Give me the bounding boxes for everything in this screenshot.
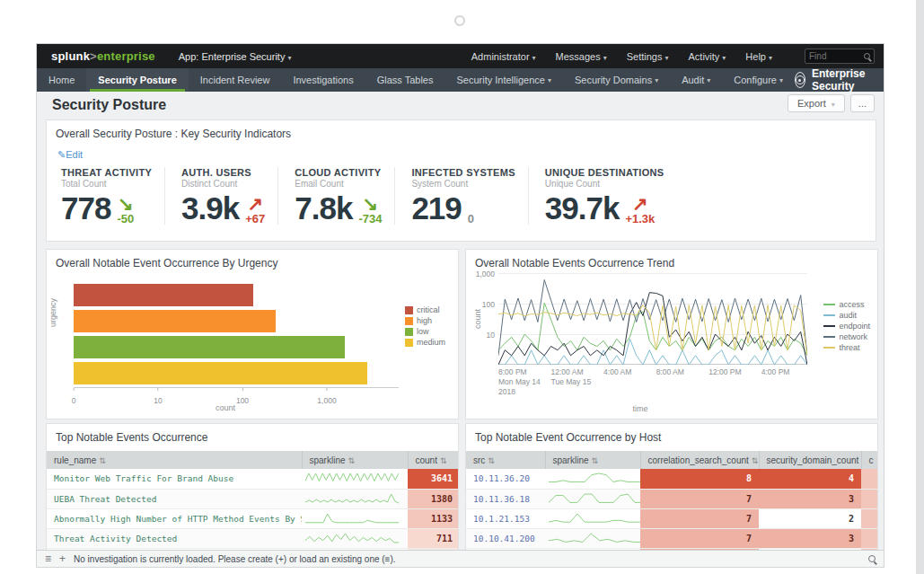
sort-icon: ⇅ (488, 456, 495, 465)
app-menu[interactable]: App: Enterprise Security▾ (179, 51, 292, 62)
menu-messages[interactable]: Messages▾ (556, 51, 607, 62)
count-cell[interactable]: 3641 (408, 469, 459, 489)
correlation-count-cell[interactable]: 7 (640, 508, 759, 528)
col-cut-off[interactable]: c (861, 451, 877, 469)
cut-off-cell (861, 528, 877, 548)
kpi-auth-users[interactable]: AUTH. USERS Distinct Count 3.9k ↗+67 (164, 167, 277, 225)
table-row: 10.1.21.153 7 2 (466, 508, 877, 528)
security-domain-count-cell[interactable]: 2 (759, 508, 861, 528)
table-row: 10.10.41.200 7 3 (466, 528, 877, 548)
menu-administrator[interactable]: Administrator▾ (471, 51, 536, 62)
line-network[interactable] (498, 280, 807, 356)
sparkline (305, 532, 404, 545)
find-input[interactable] (809, 51, 864, 61)
sort-icon: ⇅ (348, 456, 356, 465)
line-audit[interactable] (498, 339, 807, 365)
trend-chart-title: Overall Notable Events Occurrence Trend (475, 257, 674, 269)
edit-link[interactable]: ✎Edit (57, 149, 83, 161)
security-domain-count-cell[interactable]: 3 (759, 528, 861, 548)
count-cell[interactable]: 1133 (408, 508, 459, 528)
urgency-chart-legend: criticalhighlowmedium (405, 305, 445, 347)
col-src[interactable]: src⇅ (466, 451, 545, 469)
top-notable-events-title: Top Notable Events Occurrence (56, 431, 207, 444)
rule-name-cell[interactable]: Threat Activity Detected (47, 528, 302, 548)
kpi-infected-systems[interactable]: INFECTED SYSTEMS System Count 219 0 (394, 167, 527, 225)
src-cell[interactable]: 10.11.36.18 (466, 489, 545, 508)
rule-name-cell[interactable]: UEBA Threat Detected (47, 489, 302, 508)
legend-network[interactable]: network (823, 332, 870, 341)
count-cell[interactable]: 711 (408, 528, 459, 548)
legend-audit[interactable]: audit (823, 311, 870, 320)
add-investigation-icon[interactable]: + (59, 553, 66, 564)
legend-low[interactable]: low (405, 327, 445, 336)
chevron-down-icon: ▾ (532, 54, 536, 62)
splunk-logo[interactable]: splunk>enterprise (51, 49, 155, 63)
src-cell[interactable]: 10.10.41.200 (466, 528, 545, 548)
table-row: Abnormally High Number of HTTP Method Ev… (47, 508, 459, 528)
src-cell[interactable]: 10.1.21.153 (466, 508, 545, 528)
menu-settings[interactable]: Settings▾ (627, 51, 669, 62)
export-button[interactable]: Export ▾ (788, 94, 845, 112)
col-sparkline[interactable]: sparkline⇅ (302, 451, 408, 469)
nav-configure[interactable]: Configure▾ (722, 68, 795, 92)
correlation-count-cell[interactable]: 7 (640, 528, 759, 548)
nav-security-intelligence[interactable]: Security Intelligence▾ (444, 68, 562, 92)
col-rule-name[interactable]: rule_name⇅ (47, 451, 302, 469)
legend-medium[interactable]: medium (405, 338, 445, 347)
bar-critical[interactable] (74, 284, 253, 306)
correlation-count-cell[interactable]: 8 (640, 469, 759, 489)
col-sparkline[interactable]: sparkline⇅ (545, 451, 640, 469)
menu-activity[interactable]: Activity▾ (689, 51, 726, 62)
legend-critical[interactable]: critical (405, 305, 445, 314)
investigation-list-icon[interactable]: ≡ (45, 553, 51, 564)
search-icon[interactable] (864, 53, 870, 59)
sparkline (549, 532, 637, 545)
src-cell[interactable]: 10.11.36.20 (466, 469, 545, 489)
col-count[interactable]: count⇅ (408, 451, 459, 469)
col-correlation-search-count[interactable]: correlation_search_count⇅ (640, 451, 759, 469)
legend-access[interactable]: access (823, 300, 870, 309)
zoom-search-icon[interactable] (868, 555, 876, 562)
bar-high[interactable] (74, 310, 276, 332)
page-header: Security Posture Export ▾ ... (37, 92, 884, 119)
sort-icon: ⇅ (752, 456, 759, 465)
cut-off-cell (861, 508, 877, 528)
urgency-x-axis-label: count (47, 403, 404, 412)
nav-audit[interactable]: Audit▾ (670, 68, 722, 92)
kpi-cloud-activity[interactable]: CLOUD ACTIVITY Email Count 7.8k ↘-734 (277, 167, 394, 225)
security-domain-count-cell[interactable]: 3 (759, 489, 861, 508)
chevron-down-icon: ▾ (832, 101, 835, 109)
nav-security-domains[interactable]: Security Domains▾ (563, 68, 670, 92)
more-actions-button[interactable]: ... (850, 94, 875, 112)
kpi-delta: 0 (468, 213, 474, 225)
menu-help[interactable]: Help▾ (745, 51, 772, 62)
kpi-unique-destinations[interactable]: UNIQUE DESTINATIONS Unique Count 39.7k ↗… (528, 167, 677, 225)
chevron-down-icon: ▾ (548, 76, 551, 84)
rule-name-cell[interactable]: Monitor Web Traffic For Brand Abuse (47, 469, 302, 489)
table-header-row: rule_name⇅ sparkline⇅ count⇅ (47, 451, 459, 469)
nav-incident-review[interactable]: Incident Review (189, 68, 282, 92)
bar-medium[interactable] (74, 362, 367, 384)
legend-threat[interactable]: threat (823, 343, 870, 352)
legend-high[interactable]: high (405, 316, 445, 325)
count-cell[interactable]: 1380 (408, 489, 459, 508)
find-search-box[interactable] (805, 49, 875, 64)
security-domain-count-cell[interactable]: 4 (759, 469, 861, 489)
splunk-dashboard-screen: splunk>enterprise App: Enterprise Securi… (36, 43, 884, 568)
bar-low[interactable] (74, 336, 345, 358)
nav-security-posture[interactable]: Security Posture (86, 68, 188, 92)
webcam-dot (454, 15, 465, 26)
table-header-row: src⇅ sparkline⇅ correlation_search_count… (466, 451, 877, 469)
rule-name-cell[interactable]: Abnormally High Number of HTTP Method Ev… (47, 508, 302, 528)
col-security-domain-count[interactable]: security_domain_count⇅ (759, 451, 861, 469)
correlation-count-cell[interactable]: 7 (640, 489, 759, 508)
nav-home[interactable]: Home (37, 68, 86, 92)
line-threat[interactable] (498, 305, 807, 356)
nav-glass-tables[interactable]: Glass Tables (365, 68, 445, 92)
legend-endpoint[interactable]: endpoint (823, 322, 870, 331)
x-tick: 4:00 PM (761, 367, 790, 377)
nav-investigations[interactable]: Investigations (281, 68, 365, 92)
table-row: 10.11.36.18 7 3 (466, 489, 877, 508)
urgency-bar-xaxis: 0101001,000 (74, 388, 399, 402)
kpi-threat-activity[interactable]: THREAT ACTIVITY Total Count 778 ↘-50 (61, 167, 164, 225)
